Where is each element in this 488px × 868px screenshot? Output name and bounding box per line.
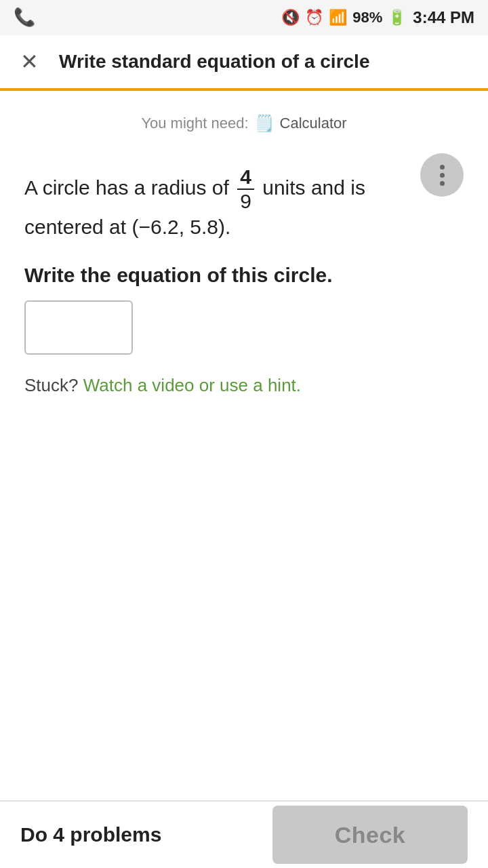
hint-link[interactable]: Watch a video or use a hint.	[83, 375, 301, 395]
page-title: Write standard equation of a circle	[59, 51, 369, 73]
more-options-button[interactable]	[420, 153, 464, 197]
write-equation-label: Write the equation of this circle.	[24, 264, 464, 287]
main-content: You might need: 🗒️ Calculator A circle h…	[0, 90, 488, 863]
phone-icon: 📞	[14, 7, 35, 28]
problem-area: A circle has a radius of 4 9 units and i…	[0, 146, 488, 243]
answer-input-box[interactable]	[24, 300, 133, 355]
fraction: 4 9	[237, 167, 254, 212]
signal-icon: 📶	[329, 9, 347, 26]
battery-percentage: 98%	[352, 9, 382, 26]
fraction-denominator: 9	[237, 190, 254, 212]
status-icons: 🔇 ⏰ 📶 98% 🔋	[281, 9, 406, 26]
calculator-label[interactable]: Calculator	[280, 115, 347, 132]
fraction-numerator: 4	[237, 167, 254, 190]
calculator-hint: You might need: 🗒️ Calculator	[0, 104, 488, 146]
calculator-icon: 🗒️	[254, 114, 274, 133]
status-time: 3:44 PM	[413, 8, 474, 27]
check-button[interactable]: Check	[272, 806, 468, 864]
dot1	[440, 165, 445, 170]
stuck-prefix: Stuck?	[24, 375, 79, 395]
stuck-area: Stuck? Watch a video or use a hint.	[24, 375, 464, 396]
hint-prefix: You might need:	[141, 115, 248, 132]
alarm-icon: ⏰	[305, 9, 323, 26]
mute-icon: 🔇	[281, 9, 300, 26]
do-problems-label: Do 4 problems	[20, 823, 161, 846]
close-button[interactable]: ✕	[20, 49, 39, 75]
status-bar: 📞 🔇 ⏰ 📶 98% 🔋 3:44 PM	[0, 0, 488, 35]
dot2	[440, 173, 445, 178]
bottom-bar: Do 4 problems Check	[0, 800, 488, 868]
battery-icon: 🔋	[388, 9, 406, 26]
dot3	[440, 181, 445, 186]
problem-text: A circle has a radius of 4 9 units and i…	[24, 167, 464, 243]
header: ✕ Write standard equation of a circle	[0, 35, 488, 90]
problem-text-part1: A circle has a radius of	[24, 176, 229, 199]
